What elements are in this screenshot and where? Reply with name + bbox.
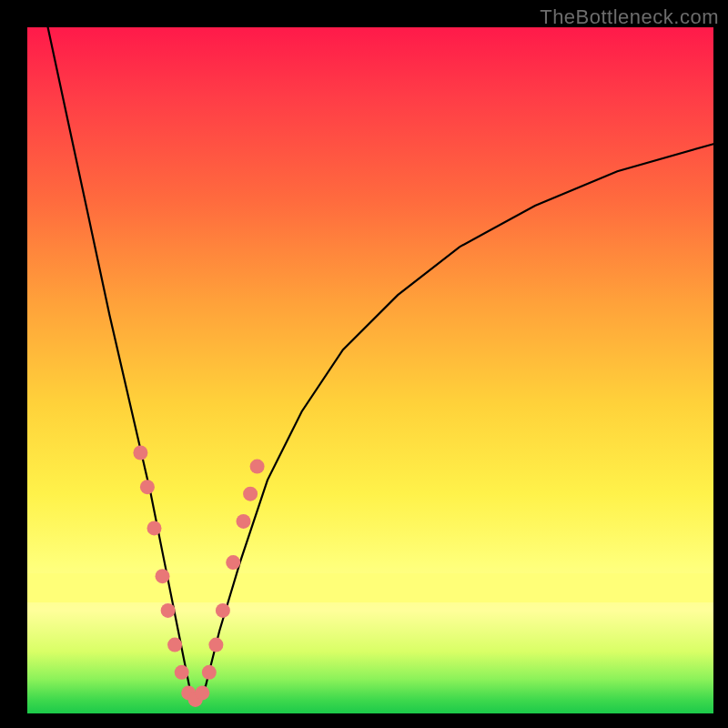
marker-dot <box>133 446 147 460</box>
bottleneck-curve <box>48 27 713 700</box>
marker-dot <box>216 603 230 618</box>
marker-dot <box>243 487 258 501</box>
chart-frame: TheBottleneck.com <box>0 0 728 728</box>
plot-area <box>27 27 713 713</box>
marker-dot <box>140 480 155 494</box>
marker-dot <box>226 555 240 570</box>
watermark-text: TheBottleneck.com <box>540 5 719 29</box>
marker-dot <box>208 638 223 652</box>
chart-svg <box>27 27 713 713</box>
marker-dot <box>147 521 162 535</box>
marker-dot <box>156 569 170 583</box>
marker-dot <box>250 460 265 474</box>
marker-dot <box>175 665 189 680</box>
marker-dot <box>161 603 176 618</box>
marker-dot <box>202 665 217 680</box>
marker-dot <box>167 638 182 652</box>
marker-dot <box>237 514 251 529</box>
marker-dot <box>195 685 209 700</box>
marker-dots <box>133 446 264 707</box>
